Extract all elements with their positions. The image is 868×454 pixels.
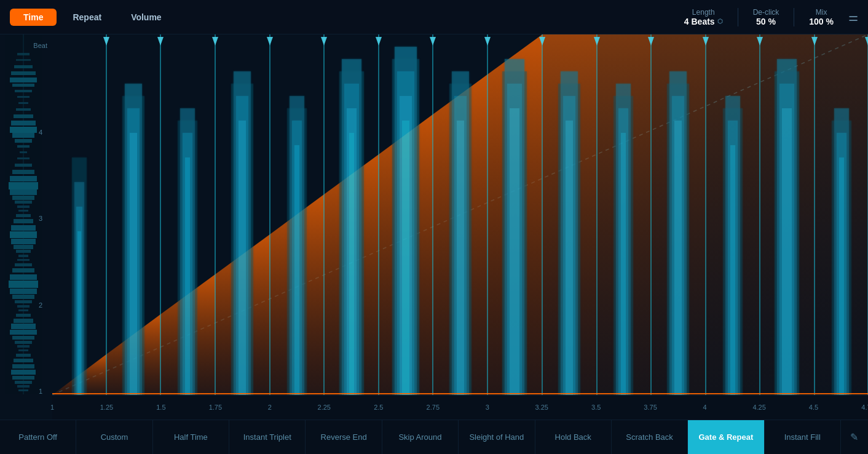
beat-axis: Beat 4 3 2 1	[0, 34, 52, 420]
divider-1	[738, 8, 738, 26]
svg-rect-117	[510, 108, 519, 395]
svg-rect-95	[239, 121, 246, 395]
bottom-btn-instant-triplet[interactable]: Instant Triplet	[229, 420, 306, 454]
bottom-btn-hold-back[interactable]: Hold Back	[535, 420, 612, 454]
bottom-btn-sleight-of-hand[interactable]: Sleight of Hand	[459, 420, 535, 454]
declick-value: 50 %	[756, 17, 776, 26]
tick-label-3.75: 3.75	[644, 404, 657, 411]
svg-rect-104	[349, 133, 354, 395]
length-value: 4 Beats	[684, 17, 715, 26]
svg-rect-91	[185, 157, 190, 395]
beat-axis-title: Beat	[5, 42, 47, 49]
tick-label-2.75: 2.75	[427, 404, 440, 411]
beat-label-4: 4	[5, 129, 47, 136]
tick-label-4.5: 4.5	[809, 404, 818, 411]
waveform-display[interactable]	[52, 34, 868, 395]
divider-2	[794, 8, 794, 26]
bottom-btn-skip-around[interactable]: Skip Around	[382, 420, 459, 454]
tick-label-1.25: 1.25	[100, 404, 113, 411]
mix-control[interactable]: Mix 100 %	[809, 8, 834, 26]
tick-label-2.25: 2.25	[318, 404, 331, 411]
bottom-btn-reverse-end[interactable]: Reverse End	[306, 420, 382, 454]
tick-label-3.25: 3.25	[535, 404, 548, 411]
mix-label: Mix	[816, 8, 827, 17]
top-bar-controls: Length 4 Beats ⬡ De-click 50 % Mix 100 %…	[684, 8, 858, 26]
tab-repeat[interactable]: Repeat	[59, 9, 115, 26]
bottom-btn-gate-&-repeat[interactable]: Gate & Repeat	[688, 420, 764, 454]
tick-label-4.75: 4.75	[861, 404, 868, 411]
bottom-btn-instant-fill[interactable]: Instant Fill	[765, 420, 841, 454]
edit-pattern-button[interactable]: ✎	[841, 420, 868, 454]
timeline-ticks: 11.251.51.7522.252.52.7533.253.53.7544.2…	[52, 395, 868, 420]
sliders-icon[interactable]: ⚌	[848, 10, 858, 24]
beat-label-2: 2	[5, 301, 47, 309]
timeline-bar: 11.251.51.7522.252.52.7533.253.53.7544.2…	[52, 395, 868, 420]
svg-rect-141	[839, 157, 844, 395]
tick-label-2.5: 2.5	[374, 404, 383, 411]
tab-time[interactable]: Time	[10, 9, 57, 26]
top-bar: Time Repeat Volume Length 4 Beats ⬡ De-c…	[0, 0, 868, 34]
svg-rect-99	[294, 145, 299, 395]
tick-label-4.25: 4.25	[752, 404, 765, 411]
main-waveform-area: Beat 4 3 2 1	[0, 34, 868, 420]
svg-rect-83	[77, 231, 81, 395]
svg-rect-137	[782, 108, 792, 395]
bottom-btn-pattern-off[interactable]: Pattern Off	[0, 420, 76, 454]
tick-label-3: 3	[486, 404, 489, 411]
svg-rect-125	[621, 133, 626, 395]
bottom-btn-custom[interactable]: Custom	[76, 420, 152, 454]
bottom-btn-scratch-back[interactable]: Scratch Back	[612, 420, 688, 454]
declick-control[interactable]: De-click 50 %	[753, 8, 779, 26]
tick-label-3.5: 3.5	[591, 404, 601, 411]
bottom-btn-half-time[interactable]: Half Time	[153, 420, 229, 454]
mix-value: 100 %	[809, 17, 834, 26]
svg-rect-121	[566, 121, 573, 395]
beat-label-3: 3	[5, 215, 47, 222]
length-control[interactable]: Length 4 Beats ⬡	[684, 8, 723, 26]
chevron-up-down-icon: ⬡	[717, 18, 723, 25]
tick-label-1.5: 1.5	[156, 404, 165, 411]
svg-rect-129	[674, 121, 682, 395]
tab-volume[interactable]: Volume	[117, 9, 175, 26]
svg-rect-133	[730, 145, 735, 395]
bottom-bar: Pattern OffCustomHalf TimeInstant Triple…	[0, 420, 868, 454]
tick-label-2: 2	[268, 404, 272, 411]
svg-rect-109	[402, 121, 409, 395]
beat-label-1: 1	[5, 388, 47, 395]
tick-label-4: 4	[703, 404, 707, 411]
svg-rect-87	[130, 133, 137, 395]
tab-group: Time Repeat Volume	[10, 9, 175, 26]
length-label: Length	[692, 8, 715, 17]
tick-label-1.75: 1.75	[209, 404, 222, 411]
declick-label: De-click	[753, 8, 779, 17]
svg-rect-113	[457, 121, 464, 395]
